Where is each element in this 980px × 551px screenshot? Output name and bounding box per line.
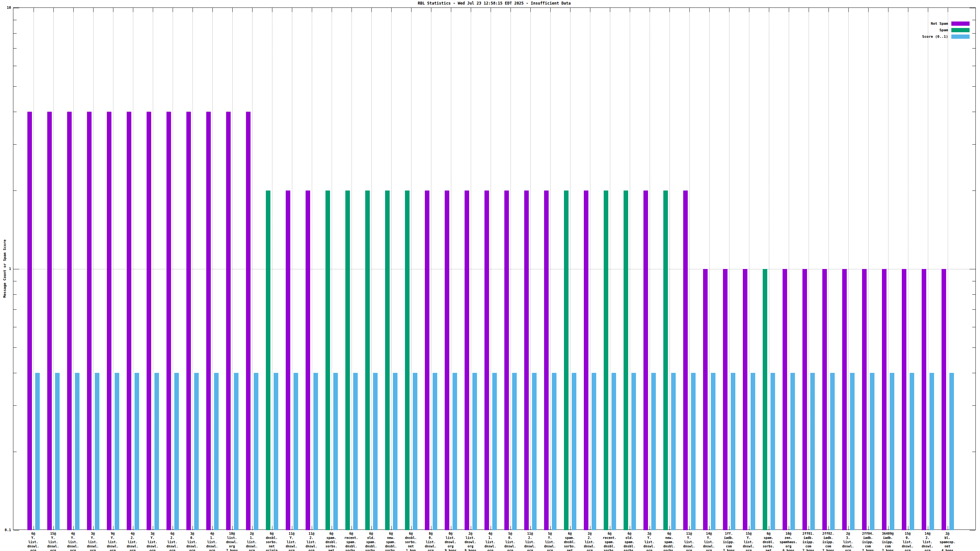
- x-tick-label-line: org: [640, 548, 659, 551]
- x-tick-label: 6@recent.spam.dnsbl.sorbs.netorigin: [600, 532, 620, 551]
- x-tick-label-line: org: [103, 548, 123, 551]
- x-tick-label-line: isipp.: [858, 540, 878, 544]
- x-tick-label-line: 2@: [580, 532, 600, 536]
- bar-not-spam-count: [445, 191, 449, 530]
- x-tick-label: 14@Y.list.dnswl.org3 hops: [699, 532, 719, 551]
- x-tick-label-line: dnswl.: [162, 544, 183, 548]
- legend-swatch-not-spam: [951, 22, 970, 26]
- x-tick-label: 15@0.list.dnswl.org4 hops: [898, 532, 918, 551]
- x-tick-label-line: org: [580, 548, 600, 551]
- bar-not-spam-count: [87, 112, 92, 530]
- y-major-tick-left: [13, 269, 19, 269]
- x-tick-label: 6@dnsbl.sorbs.netorigin: [262, 532, 282, 551]
- x-tick-label-line: 11@: [520, 532, 540, 536]
- x-tick-label: 6@new.spam.dnsbl.sorbs.net1 hop: [381, 532, 401, 551]
- bar-score: [154, 373, 159, 530]
- bar-not-spam-count: [922, 269, 926, 530]
- x-tick-label-line: dnswl.: [302, 544, 321, 548]
- bar-not-spam-count: [524, 191, 529, 530]
- h-gridline-1: [13, 269, 976, 269]
- x-tick-top: [133, 8, 133, 12]
- category-gridline: [670, 8, 670, 530]
- x-tick-label: 4@2.list.dnswl.org5 hops: [123, 532, 143, 551]
- x-tick-label: 6@dnsbl.sorbs.net1 hop: [401, 532, 421, 551]
- bar-spam-count: [405, 191, 409, 530]
- x-tick-label-line: spam.: [620, 540, 640, 544]
- bar-not-spam-count: [246, 112, 251, 530]
- x-tick-label-line: iadb.: [878, 536, 898, 540]
- x-tick-label-line: 1.: [242, 536, 262, 540]
- y-minor-tick-right: [972, 191, 975, 191]
- x-tick-label: 6@old.spam.dnsbl.sorbs.netorigin: [620, 532, 640, 551]
- x-tick-bottom: [471, 526, 471, 530]
- x-tick-label-line: dnsbl.: [759, 540, 779, 544]
- x-tick-label-line: list.: [202, 540, 222, 544]
- bar-score: [55, 373, 60, 530]
- x-tick-label: 2ff02.iadb.isipp.com2 hops: [818, 532, 838, 551]
- category-gridline: [252, 8, 253, 530]
- y-minor-tick-right: [972, 48, 975, 49]
- x-tick-label-line: spamcop.: [938, 540, 958, 544]
- x-tick-label-line: list.: [83, 540, 103, 544]
- x-tick-bottom: [451, 526, 451, 530]
- bar-score: [910, 373, 914, 530]
- x-tick-label-line: 6@: [401, 532, 421, 536]
- x-tick-label-line: new.: [381, 536, 401, 540]
- x-tick-label-line: Y.: [143, 536, 162, 540]
- x-tick-label-line: org: [520, 548, 540, 551]
- x-tick-label-line: 2ff02.: [818, 532, 838, 536]
- bar-spam-count: [624, 191, 628, 530]
- x-tick-label-line: 2@: [640, 532, 659, 536]
- bar-not-spam-count: [723, 269, 727, 530]
- x-tick-label-line: net: [938, 544, 958, 548]
- category-gridline: [212, 8, 213, 530]
- x-tick-label-line: 0.: [500, 536, 520, 540]
- x-tick-label: 2@1.list.dnswl.org7 hops: [242, 532, 262, 551]
- x-tick-label-line: list.: [739, 540, 759, 544]
- x-tick-label-line: dnswl.: [520, 544, 540, 548]
- x-tick-label-line: 6@: [620, 532, 640, 536]
- category-gridline: [33, 8, 34, 530]
- x-tick-bottom: [630, 526, 630, 530]
- bar-score: [313, 373, 318, 530]
- bar-spam-count: [763, 269, 767, 530]
- bar-score: [294, 373, 298, 530]
- x-tick-label-line: dnswl.: [83, 544, 103, 548]
- x-tick-label-line: spam.: [361, 540, 381, 544]
- x-tick-label: 2@Y.list.dnswl.org2 hops: [640, 532, 659, 551]
- x-tick-top: [33, 8, 34, 12]
- bar-score: [850, 373, 854, 530]
- x-tick-label-line: Y.: [679, 536, 699, 540]
- legend-item-score: Score (0..1): [922, 33, 970, 40]
- x-tick-label-line: 11@: [282, 532, 302, 536]
- bar-not-spam-count: [465, 191, 469, 530]
- x-tick-label-line: list.: [500, 540, 520, 544]
- x-tick-label-line: net: [262, 544, 282, 548]
- x-tick-label-line: iadb.: [719, 536, 739, 540]
- x-tick-bottom: [908, 526, 908, 530]
- x-tick-bottom: [53, 526, 54, 530]
- x-tick-label-line: Y.: [63, 536, 83, 540]
- bar-not-spam-count: [425, 191, 430, 530]
- x-tick-bottom: [868, 526, 869, 530]
- x-tick-label-line: recent.: [341, 536, 361, 540]
- x-tick-label-line: 1 hop: [401, 548, 421, 551]
- bar-score: [552, 373, 557, 530]
- x-tick-label-line: 8@: [421, 532, 441, 536]
- x-tick-label-line: list.: [183, 540, 202, 544]
- x-tick-label-line: 2 hops: [878, 548, 898, 551]
- x-tick-label-line: 4@: [123, 532, 143, 536]
- x-tick-label-line: 1.: [480, 536, 500, 540]
- x-tick-label-line: list.: [222, 536, 242, 540]
- x-tick-label: 11@Y.list.dnswl.org9 hops: [679, 532, 699, 551]
- x-tick-label-line: org: [282, 548, 302, 551]
- bar-not-spam-count: [842, 269, 847, 530]
- x-tick-label-line: dnsbl.: [600, 544, 620, 548]
- y-tick-label-10: 10: [1, 6, 11, 10]
- x-tick-label-line: zen.: [779, 536, 799, 540]
- bar-score: [75, 373, 80, 530]
- x-tick-bottom: [411, 526, 412, 530]
- x-tick-label-line: dnsbl.: [381, 544, 401, 548]
- x-tick-label-line: dnswl.: [282, 544, 302, 548]
- category-gridline: [769, 8, 769, 530]
